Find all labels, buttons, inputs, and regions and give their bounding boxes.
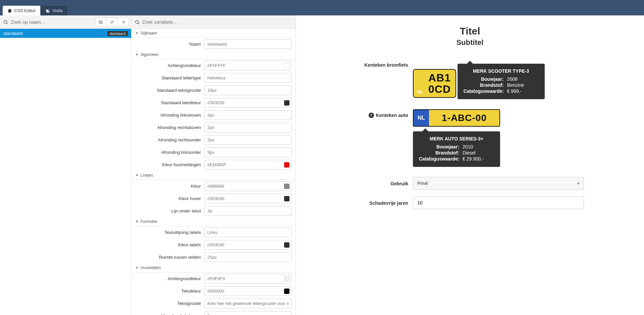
variable-row: Afronding rechtsboven: [131, 121, 296, 134]
variable-row: Naam: [131, 38, 296, 50]
info-row: Bouwjaar:2010: [419, 144, 494, 149]
variable-label: Ruimte tussen velden: [136, 255, 201, 260]
variable-row: Textuitlijning labels: [131, 226, 296, 239]
variable-input[interactable]: [204, 61, 291, 70]
color-swatch[interactable]: [284, 276, 289, 281]
variable-label: Afronding rechtsboven: [136, 125, 201, 130]
variable-label: Kleur hover: [136, 196, 201, 201]
variable-label: Lijn onder tekst: [136, 208, 201, 213]
section-title: Formulier: [141, 219, 158, 224]
variable-input[interactable]: [204, 181, 291, 191]
variable-input[interactable]: [204, 240, 291, 250]
info-value: Diesel: [463, 150, 476, 155]
variable-input[interactable]: [204, 274, 291, 284]
variable-row: Standaard tekstkleur: [131, 97, 296, 109]
styles-search-input[interactable]: [10, 17, 94, 27]
variable-label: Textuitlijning labels: [136, 230, 201, 235]
variable-row: Afronding linksboven: [131, 109, 296, 121]
plate-nl: NL: [414, 110, 429, 126]
delete-button[interactable]: [118, 17, 129, 27]
gebruik-select[interactable]: Privé ▾: [413, 177, 584, 190]
field-label-moped: Kenteken bromfiets: [356, 59, 413, 68]
tab-visits[interactable]: Visits: [41, 6, 67, 15]
color-swatch[interactable]: [284, 63, 289, 68]
car-plate[interactable]: NL 1-ABC-00: [413, 109, 500, 127]
color-swatch[interactable]: [284, 162, 289, 168]
link-button[interactable]: [106, 17, 118, 27]
section-header[interactable]: ▼Stijlnaam: [131, 29, 296, 38]
caret-down-icon: ▼: [136, 174, 139, 177]
variable-label: Afronding linksonder: [136, 150, 201, 155]
info-row: Bouwjaar:2008: [464, 76, 539, 82]
variable-input[interactable]: [204, 252, 291, 262]
schadevrij-input[interactable]: [413, 196, 584, 209]
section-header[interactable]: ▼Linkjes: [131, 171, 296, 180]
variables-searchbar: [131, 15, 296, 29]
chevron-down-icon: ▾: [577, 181, 580, 186]
section-title: Invulvelden: [141, 265, 161, 270]
variables-search-input[interactable]: [142, 17, 292, 27]
field-label-gebruik: Gebruik: [356, 177, 413, 186]
variable-input[interactable]: [204, 206, 291, 216]
variable-input[interactable]: [204, 123, 291, 132]
link-icon: [46, 8, 50, 13]
section-header[interactable]: ▼Formulier: [131, 217, 296, 226]
field-label-schadevrij: Schadevrije jaren: [356, 196, 413, 206]
variable-row: Kleur labels: [131, 239, 296, 251]
color-swatch[interactable]: [284, 184, 289, 189]
caret-down-icon: ▼: [136, 53, 139, 56]
color-swatch[interactable]: [284, 196, 289, 201]
info-value: 2008: [507, 76, 518, 82]
variable-label: Naam: [136, 42, 201, 47]
section-title: Linkjes: [141, 173, 153, 178]
info-row: Brandstof:Benzine: [464, 82, 539, 88]
variable-input[interactable]: [204, 98, 291, 108]
search-icon: [3, 20, 8, 24]
variable-input[interactable]: [204, 286, 291, 296]
copy-button[interactable]: [95, 17, 106, 27]
variable-row: Afronding linksboven: [131, 310, 296, 315]
variable-input[interactable]: [204, 299, 291, 308]
preview-panel: Titel Subtitel Kenteken bromfiets NL AB1…: [296, 15, 644, 315]
variable-row: Standaard lettertype: [131, 72, 296, 84]
variable-input[interactable]: [204, 135, 291, 145]
variable-input[interactable]: [204, 110, 291, 120]
info-key: Cataloguswaarde:: [464, 88, 504, 94]
variable-input[interactable]: [204, 85, 291, 95]
variable-input[interactable]: [204, 160, 291, 170]
info-head: MERK SCOOTER TYPE-3: [464, 68, 539, 74]
variable-label: Achtergrondkleur: [136, 276, 201, 281]
caret-down-icon: ▼: [136, 32, 139, 35]
moped-plate[interactable]: NL AB1 0CD: [413, 69, 456, 98]
variable-input[interactable]: [204, 228, 291, 237]
styles-searchbar: [0, 15, 131, 29]
variable-input[interactable]: [204, 73, 291, 83]
variable-input[interactable]: [204, 39, 291, 49]
style-list-item[interactable]: standaard standaard: [0, 29, 131, 38]
variable-input[interactable]: [204, 194, 291, 203]
variable-input[interactable]: [204, 147, 291, 157]
tab-css-editor[interactable]: CSS Editor: [3, 6, 40, 15]
help-icon[interactable]: ?: [369, 113, 374, 118]
plate-line1: AB1: [428, 72, 451, 84]
variable-label: Kleur labels: [136, 242, 201, 247]
variable-label: Tekstgrootte: [136, 301, 201, 306]
close-icon: [121, 20, 126, 24]
variable-label: Kleur foutmeldingen: [136, 162, 201, 167]
color-swatch[interactable]: [284, 100, 289, 106]
tab-label: Visits: [52, 8, 63, 13]
svg-rect-2: [99, 20, 102, 23]
variable-row: Afronding linksonder: [131, 146, 296, 159]
variable-row: Lijn onder tekst: [131, 205, 296, 217]
color-swatch[interactable]: [284, 242, 289, 248]
section-header[interactable]: ▼Invulvelden: [131, 263, 296, 272]
variable-label: Standaard tekstgrootte: [136, 88, 201, 93]
color-swatch[interactable]: [284, 289, 289, 294]
caret-down-icon: ▼: [136, 220, 139, 223]
section-header[interactable]: ▼Algemeen: [131, 50, 296, 59]
info-head: MERK AUTO SERIES-3+: [419, 136, 494, 141]
style-name: standaard: [3, 31, 23, 36]
moped-info-tooltip: MERK SCOOTER TYPE-3 Bouwjaar:2008Brandst…: [458, 64, 545, 99]
style-badge: standaard: [107, 31, 128, 36]
variable-input[interactable]: [204, 311, 291, 315]
